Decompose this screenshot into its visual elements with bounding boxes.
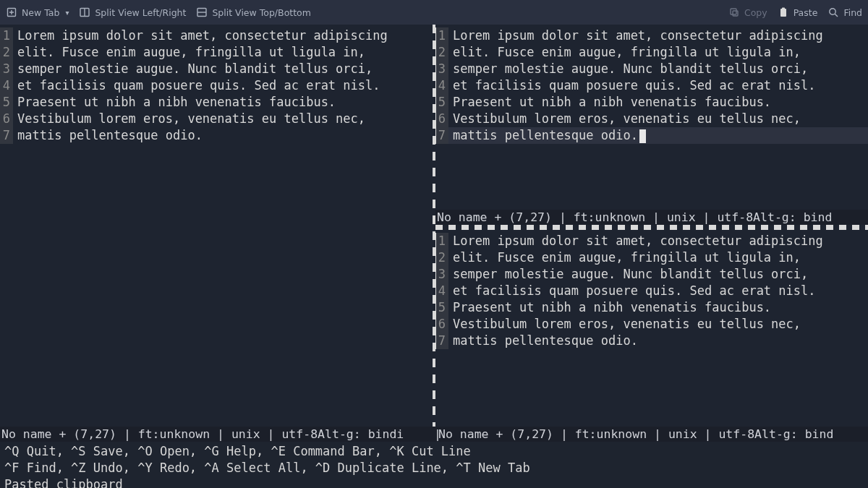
new-tab-icon [6,7,17,18]
search-icon [827,7,839,18]
svg-rect-4 [733,11,738,16]
gutter: 2 [435,249,448,266]
code-line: et facilisis quam posuere quis. Sed ac e… [448,283,816,299]
code-line: semper molestie augue. Nunc blandit tell… [448,266,808,283]
copy-icon [728,7,740,18]
statusline-right-top: No name + (7,27) | ft:unknown | unix | u… [435,210,868,225]
new-tab-label: New Tab [22,7,59,18]
copy-button[interactable]: Copy [728,7,767,18]
text-cursor [639,129,646,143]
gutter: 7 [435,333,448,349]
pane-right: 1Lorem ipsum dolor sit amet, consectetur… [435,25,868,427]
new-tab-button[interactable]: New Tab ▾ [6,7,69,18]
pane-left[interactable]: 1Lorem ipsum dolor sit amet, consectetur… [0,25,433,427]
code-line: semper molestie augue. Nunc blandit tell… [13,61,373,77]
status-message: Pasted clipboard [4,476,864,488]
split-lr-icon [79,7,90,18]
code-line: Vestibulum lorem eros, venenatis eu tell… [448,316,801,333]
keybindings-line-1: ^Q Quit, ^S Save, ^O Open, ^G Help, ^E C… [4,443,864,460]
gutter: 6 [0,111,13,127]
code-line: elit. Fusce enim augue, fringilla ut lig… [13,44,365,61]
code-line: elit. Fusce enim augue, fringilla ut lig… [448,44,801,61]
code-line: elit. Fusce enim augue, fringilla ut lig… [448,249,801,266]
gutter: 4 [435,283,448,299]
buffer-left[interactable]: 1Lorem ipsum dolor sit amet, consectetur… [0,25,433,427]
split-tb-icon [196,7,208,18]
code-line: Lorem ipsum dolor sit amet, consectetur … [448,27,823,44]
split-lr-label: Split View Left/Right [95,7,186,18]
code-line: mattis pellentesque odio. [448,127,646,144]
gutter: 2 [435,44,448,61]
split-lr-button[interactable]: Split View Left/Right [79,7,186,18]
paste-icon [778,7,789,18]
split-tb-button[interactable]: Split View Top/Bottom [196,7,310,18]
gutter: 7 [0,127,13,144]
gutter: 3 [435,61,448,77]
editor-region: 1Lorem ipsum dolor sit amet, consectetur… [0,25,868,427]
footer: No name + (7,27) | ft:unknown | unix | u… [0,427,868,488]
code-line: Praesent ut nibh a nibh venenatis faucib… [13,94,336,111]
statusline-left: No name + (7,27) | ft:unknown | unix | u… [1,427,434,442]
code-line: Vestibulum lorem eros, venenatis eu tell… [448,111,801,127]
gutter: 2 [0,44,13,61]
gutter: 5 [435,94,448,111]
code-line: Praesent ut nibh a nibh venenatis faucib… [448,299,771,316]
code-line: Lorem ipsum dolor sit amet, consectetur … [448,233,823,249]
code-line: mattis pellentesque odio. [13,127,203,144]
gutter: 4 [0,77,13,94]
gutter: 6 [435,316,448,333]
copy-label: Copy [744,7,767,18]
svg-rect-3 [731,9,736,14]
gutter: 5 [435,299,448,316]
statusline-bottom: No name + (7,27) | ft:unknown | unix | u… [0,427,868,442]
code-line: mattis pellentesque odio. [448,333,638,349]
statusline-right: No name + (7,27) | ft:unknown | unix | u… [438,427,868,442]
code-line: Vestibulum lorem eros, venenatis eu tell… [13,111,365,127]
gutter: 5 [0,94,13,111]
svg-rect-6 [782,8,785,10]
gutter: 4 [435,77,448,94]
gutter: 7 [435,127,448,144]
split-tb-label: Split View Top/Bottom [212,7,310,18]
code-line: semper molestie augue. Nunc blandit tell… [448,61,808,77]
code-line: et facilisis quam posuere quis. Sed ac e… [13,77,380,94]
gutter: 3 [435,266,448,283]
gutter: 6 [435,111,448,127]
keybindings-line-2: ^F Find, ^Z Undo, ^Y Redo, ^A Select All… [4,460,864,476]
gutter: 3 [0,61,13,77]
code-text: mattis pellentesque odio. [453,128,638,142]
horizontal-split-divider[interactable] [435,225,868,230]
svg-point-7 [830,9,835,14]
gutter: 1 [435,27,448,44]
gutter: 1 [0,27,13,44]
code-line: Lorem ipsum dolor sit amet, consectetur … [13,27,388,44]
code-line: et facilisis quam posuere quis. Sed ac e… [448,77,816,94]
buffer-right-top[interactable]: 1Lorem ipsum dolor sit amet, consectetur… [435,25,868,210]
svg-rect-5 [780,9,786,17]
chevron-down-icon: ▾ [65,9,69,17]
paste-button[interactable]: Paste [778,7,818,18]
find-button[interactable]: Find [827,7,862,18]
gutter: 1 [435,233,448,249]
find-label: Find [843,7,862,18]
buffer-right-bottom[interactable]: 1Lorem ipsum dolor sit amet, consectetur… [435,230,868,427]
paste-label: Paste [793,7,818,18]
code-line: Praesent ut nibh a nibh venenatis faucib… [448,94,771,111]
toolbar: New Tab ▾ Split View Left/Right Split Vi… [0,0,868,25]
